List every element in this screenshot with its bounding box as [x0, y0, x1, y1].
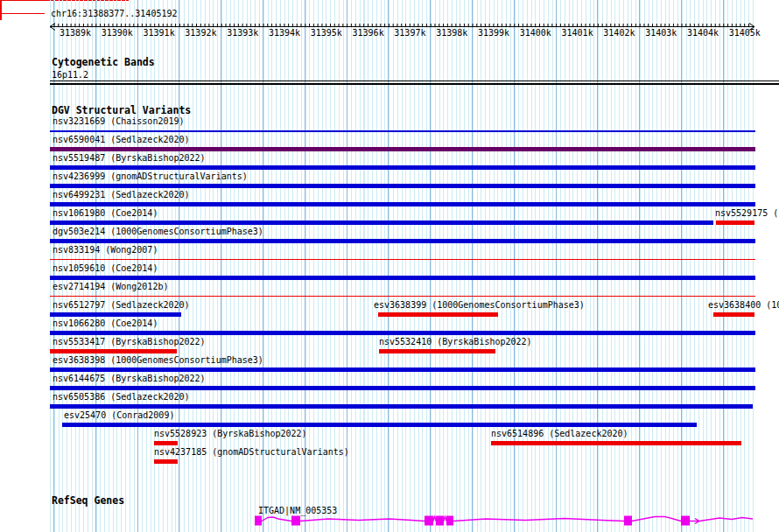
variant-label[interactable]: nsv5519487 (ByrskaBishop2022) — [53, 154, 206, 163]
ruler-tick-label: 31391k — [143, 29, 176, 38]
variant-label[interactable]: nsv5529175 ( — [715, 209, 778, 218]
variant-bar[interactable] — [50, 349, 177, 354]
variant-bar[interactable] — [50, 312, 181, 317]
variant-label[interactable]: nsv5532410 (ByrskaBishop2022) — [379, 338, 532, 346]
variant-bar[interactable] — [50, 165, 755, 170]
variant-bar[interactable] — [50, 184, 755, 188]
ruler-tick-label: 31402k — [602, 29, 635, 38]
variant-bar[interactable] — [50, 368, 755, 372]
variant-bar[interactable] — [491, 441, 741, 445]
ruler-tick-label: 31398k — [435, 29, 468, 38]
variant-label[interactable]: nsv6514896 (Sedlazeck2020) — [491, 430, 628, 438]
variant-bar[interactable] — [50, 239, 755, 243]
ruler-tick-label: 31399k — [477, 29, 510, 38]
variant-label[interactable]: nsv6499231 (Sedlazeck2020) — [53, 191, 190, 200]
exon-block — [291, 516, 300, 526]
variant-label[interactable]: nsv5533417 (ByrskaBishop2022) — [53, 338, 206, 346]
variant-bar[interactable] — [154, 441, 178, 445]
variant-label[interactable]: nsv6590041 (Sedlazeck2020) — [53, 136, 190, 144]
variant-label[interactable]: esv3638400 (10 — [708, 301, 779, 310]
exon-block — [255, 516, 262, 526]
ruler-tick-label: 31400k — [519, 29, 552, 38]
variant-bar[interactable] — [62, 423, 697, 427]
variant-label[interactable]: nsv833194 (Wong2007) — [53, 246, 158, 255]
variant-label[interactable]: nsv5528923 (ByrskaBishop2022) — [154, 430, 307, 438]
band-label[interactable]: 16p11.2 — [52, 71, 88, 80]
band-underline — [50, 80, 779, 81]
variant-bar[interactable] — [50, 147, 755, 151]
variant-bar[interactable] — [50, 331, 755, 335]
exon-block — [681, 516, 690, 526]
variant-label[interactable]: nsv6505386 (Sedlazeck2020) — [53, 393, 190, 402]
variant-bar[interactable] — [50, 296, 755, 298]
section-title-dgv: DGV Structural Variants — [52, 105, 191, 116]
variant-bar[interactable] — [50, 202, 755, 206]
ruler-tick-label: 31394k — [268, 29, 301, 38]
exon-block — [446, 516, 453, 526]
exon-block — [436, 516, 444, 526]
variant-bar[interactable] — [713, 312, 754, 317]
variant-bar[interactable] — [50, 130, 755, 132]
ruler-tick-label: 31397k — [393, 29, 426, 38]
variant-label[interactable]: esv25470 (Conrad2009) — [64, 411, 174, 420]
section-title-cytobands: Cytogenetic Bands — [52, 57, 155, 67]
variant-label[interactable]: nsv4237185 (gnomADStructuralVariants) — [154, 448, 349, 457]
section-separator-line — [50, 83, 779, 85]
genome-browser-view: chr16:31388377..31405192 31389k31390k313… — [0, 0, 779, 532]
ruler-tick-label: 31390k — [101, 29, 134, 38]
variant-label[interactable]: esv3638399 (1000GenomesConsortiumPhase3) — [374, 301, 585, 310]
gene-model[interactable] — [0, 512, 779, 531]
variant-label[interactable]: nsv3231669 (Chaisson2019) — [53, 117, 185, 126]
variant-label[interactable]: esv3638398 (1000GenomesConsortiumPhase3) — [53, 356, 263, 365]
variant-bar[interactable] — [378, 312, 498, 317]
ruler-tick-label: 31401k — [561, 29, 594, 38]
variant-label[interactable]: nsv6144675 (ByrskaBishop2022) — [53, 374, 206, 383]
ruler-tick-label: 31405k — [728, 29, 761, 38]
variant-bar[interactable] — [50, 259, 755, 261]
ruler-tick-label: 31395k — [310, 29, 343, 38]
variant-bar[interactable] — [50, 220, 713, 225]
variant-label[interactable]: nsv1061980 (Coe2014) — [53, 209, 158, 218]
variant-bar[interactable] — [154, 459, 178, 464]
variant-label[interactable]: nsv1059610 (Coe2014) — [53, 264, 158, 273]
ruler-tick-label: 31404k — [686, 29, 719, 38]
section-title-refseq: RefSeq Genes — [52, 495, 124, 506]
variant-bar[interactable] — [379, 349, 495, 354]
variant-label[interactable]: nsv6512797 (Sedlazeck2020) — [53, 301, 190, 310]
variant-label[interactable]: nsv4236999 (gnomADStructuralVariants) — [53, 172, 248, 181]
ruler-tick-label: 31403k — [644, 29, 677, 38]
variant-label[interactable]: nsv1066280 (Coe2014) — [53, 319, 158, 328]
variant-bar[interactable] — [716, 220, 754, 225]
variant-label[interactable]: esv2714194 (Wong2012b) — [53, 283, 168, 291]
variant-bar[interactable] — [50, 386, 755, 390]
variant-label[interactable]: dgv503e214 (1000GenomesConsortiumPhase3) — [53, 228, 263, 236]
intron-line — [262, 516, 753, 524]
variant-bar[interactable] — [50, 276, 755, 280]
ruler-tick-label: 31393k — [226, 29, 259, 38]
exon-block — [624, 516, 632, 526]
exon-block — [425, 516, 433, 526]
ruler-tick-label: 31396k — [352, 29, 385, 38]
ruler-tick-label: 31389k — [59, 29, 92, 38]
variant-bar[interactable] — [50, 404, 753, 409]
ruler-tick-label: 31392k — [184, 29, 217, 38]
